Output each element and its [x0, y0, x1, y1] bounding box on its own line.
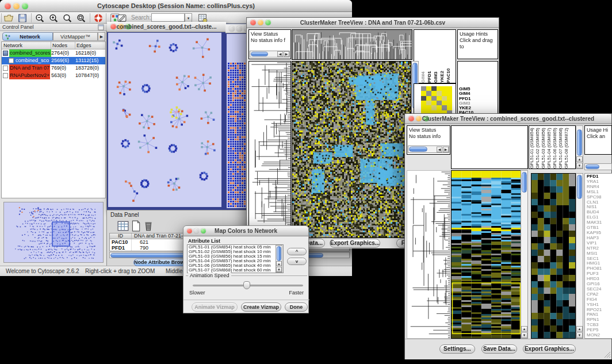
tv1-column-label[interactable]: YKE2 — [439, 30, 446, 83]
tab-network[interactable]: Network — [2, 32, 53, 41]
tv2-button-settings-[interactable]: Settings... — [439, 344, 475, 354]
open-file-icon[interactable] — [3, 13, 14, 23]
tv2-gene-label[interactable]: FIG4 — [587, 297, 612, 302]
tv1-column-dendrogram[interactable] — [292, 29, 412, 60]
tv2-gene-label[interactable]: GTB1 — [587, 225, 612, 231]
tv2-zoom-heatmap[interactable] — [531, 173, 576, 339]
tv2-gene-label[interactable]: YRA1 — [587, 179, 612, 185]
tv1-zoom-heatmap[interactable] — [421, 86, 452, 115]
attribute-list-item[interactable]: GPL51-07 (GSM868) heat shock 60 min — [189, 268, 283, 273]
tv1-gene-label[interactable]: PFD1 — [459, 97, 498, 101]
tv2-column-label[interactable]: GPL51-06 (GSM865) — [552, 126, 558, 168]
tv2-column-label[interactable]: GPL51-02 (GSM855) — [535, 126, 541, 168]
tv2-gene-label[interactable]: CLN1 — [587, 200, 612, 205]
tv2-button-save-data-[interactable]: Save Data... — [481, 344, 517, 354]
move-down-button[interactable]: v — [287, 258, 307, 265]
tv2-gene-label[interactable]: MAK31 — [587, 220, 612, 225]
scroll-up-icon[interactable]: ▲ — [576, 156, 583, 162]
tv2-gene-label[interactable]: TCB3 — [587, 323, 612, 328]
tv2-gene-label[interactable]: MSL1 — [587, 190, 612, 195]
tv2-column-label[interactable]: GPL51-03 (GSM856) — [541, 126, 546, 168]
tab-overflow-arrow[interactable]: ▶ — [98, 32, 105, 41]
tv2-gene-label[interactable]: PUF3 — [587, 271, 612, 277]
close-button[interactable] — [229, 26, 235, 32]
save-session-icon[interactable] — [17, 13, 28, 23]
tv2-gene-label[interactable]: BUD4 — [587, 210, 612, 215]
tv2-column-label[interactable]: GPL51-07 (GSM868) — [558, 126, 564, 168]
network-name-cell[interactable]: DNA and Tran 07 — [2, 64, 51, 72]
tv1-global-heatmap[interactable] — [292, 61, 411, 238]
tv2-row-dendrogram[interactable] — [407, 170, 450, 339]
tv2-gene-label[interactable]: GPI16 — [587, 282, 612, 287]
scroll-down-icon[interactable]: ▼ — [576, 163, 583, 168]
tv2-gene-label[interactable]: VIP1 — [587, 241, 612, 246]
dialog-button-create-vizmap[interactable]: Create Vizmap — [241, 302, 281, 312]
tv2-gene-label[interactable]: SPC98 — [587, 195, 612, 200]
tv2-gene-label[interactable]: PHO81 — [587, 266, 612, 271]
zoom-out-icon[interactable] — [35, 13, 45, 23]
tv2-gene-label[interactable]: CPA2 — [587, 292, 612, 297]
tv1-column-label[interactable]: PAC10 — [446, 30, 452, 83]
tv2-gene-label[interactable]: NTR2 — [587, 246, 612, 251]
tv2-gene-label[interactable]: MON2 — [587, 333, 612, 338]
network-name-cell[interactable]: combined_scores — [2, 49, 51, 57]
tv2-gene-label[interactable]: HRD3 — [587, 277, 612, 282]
scroll-down-icon[interactable]: ▼ — [576, 332, 583, 338]
network-tree-row[interactable]: DNA and Tran 07769(0)183728(0) — [2, 64, 105, 72]
col-header-nodes[interactable]: Nodes — [51, 42, 75, 49]
tv2-global-heatmap[interactable] — [451, 170, 522, 339]
scroll-left-icon[interactable]: ◀ — [437, 147, 442, 152]
tv2-gene-label[interactable]: YSH1 — [587, 302, 612, 308]
minimize-button[interactable] — [236, 26, 242, 32]
tv2-button-export-graphics-[interactable]: Export Graphics... — [523, 344, 576, 354]
tv2-column-dendrogram-area[interactable] — [451, 125, 528, 169]
tv2-status-hscrollbar[interactable]: ◀ ▶ — [408, 145, 449, 153]
tv1-gene-label[interactable]: GIM5 — [459, 87, 498, 91]
tv2-gene-label[interactable]: PAN1 — [587, 312, 612, 317]
tab-vizmapper[interactable]: VizMapper™ — [53, 32, 98, 41]
network-tree-row[interactable]: combined_scores2764(0)16218(0) — [2, 49, 105, 57]
col-header-edges[interactable]: Edges — [75, 42, 105, 49]
network-name-cell[interactable]: RNAPuberNov2+ — [2, 72, 51, 79]
tv2-column-label[interactable]: GPL51-08 (GSM872) — [564, 126, 569, 168]
scroll-up-icon[interactable]: ▲ — [576, 326, 583, 332]
tv1-column-label[interactable]: GIM3 — [433, 30, 439, 83]
tv2-usage-hscrollbar[interactable] — [584, 163, 612, 170]
tv2-column-label[interactable]: GPL51-04 (GSM857) — [546, 126, 552, 168]
zoom-selected-icon[interactable] — [62, 13, 72, 23]
tv2-gene-label[interactable]: SEC24 — [587, 287, 612, 292]
tv2-gene-label[interactable]: RNR4 — [587, 185, 612, 190]
tv2-gene-label[interactable]: SEC1 — [587, 256, 612, 262]
tv2-gene-label[interactable]: KAP95 — [587, 231, 612, 236]
dialog-titlebar[interactable]: Map Colors to Network — [183, 226, 308, 236]
scroll-down-icon[interactable]: ▼ — [276, 267, 282, 272]
table-mode-icon[interactable] — [117, 220, 129, 232]
tv1-row-dendrogram[interactable] — [248, 61, 291, 238]
animation-speed-slider-thumb[interactable] — [243, 281, 250, 289]
tv2-collabel-vscrollbar[interactable]: ▲ ▼ — [576, 125, 583, 169]
network-name-cell[interactable]: combined_sco — [2, 57, 51, 64]
tv2-heatmap-vscrollbar[interactable]: ▲ ▼ — [521, 170, 528, 339]
col-header-network[interactable]: Network — [2, 42, 51, 49]
float-panel-icon[interactable] — [98, 24, 104, 30]
scroll-down-icon[interactable]: ▼ — [521, 332, 527, 338]
network-overview-canvas[interactable] — [4, 202, 103, 262]
scroll-right-icon[interactable]: ▶ — [443, 147, 449, 152]
zoom-in-icon[interactable] — [48, 13, 59, 23]
help-lifering-icon[interactable] — [93, 13, 104, 23]
attr-col-id[interactable]: ID — [110, 233, 132, 239]
tv1-gene-label[interactable]: YKE2 — [459, 106, 498, 110]
tv2-gene-label[interactable]: HAP3 — [587, 236, 612, 241]
network-tree-row[interactable]: combined_sco2569(6)13112(15) — [2, 57, 105, 64]
network-graph-canvas[interactable] — [108, 33, 221, 207]
network-view-titlebar[interactable]: combined_scores_good.txt--cluste... — [107, 22, 226, 32]
tv1-column-label[interactable]: PFD1 — [427, 30, 433, 83]
search-input[interactable] — [151, 13, 185, 22]
tv1-gene-label[interactable]: GIM3 — [459, 101, 498, 106]
tv2-gene-label[interactable]: PEP5 — [587, 328, 612, 333]
tv2-gene-label[interactable]: RPO21 — [587, 308, 612, 313]
scroll-left-icon[interactable]: ◀ — [277, 51, 283, 57]
treeview1-titlebar[interactable]: ClusterMaker TreeView : DNA and Tran 07-… — [247, 18, 499, 28]
new-attribute-icon[interactable] — [130, 220, 141, 232]
tv1-gene-label[interactable]: GIM4 — [459, 91, 498, 96]
